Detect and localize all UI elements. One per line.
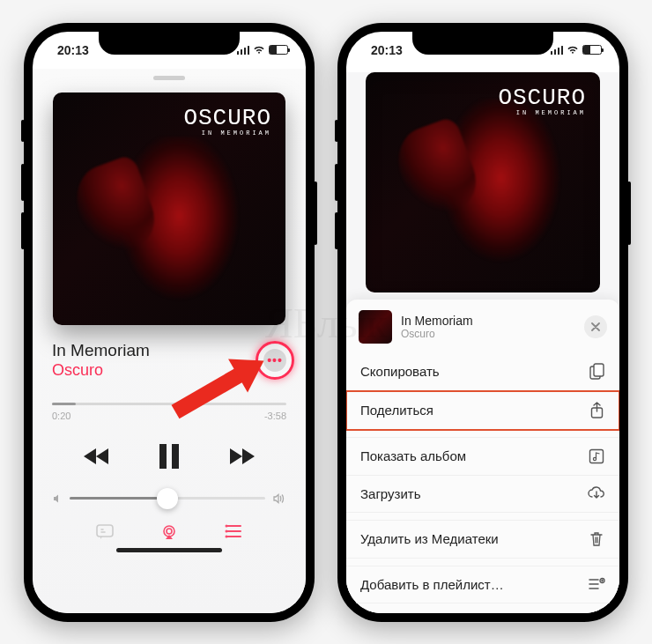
cellular-icon [237,46,250,55]
phone-left: 20:13 OSCURO IN MEMORIAM In Memoriam Osc… [24,23,315,622]
action-menu: СкопироватьПоделитьсяПоказать альбомЗагр… [346,352,619,608]
status-time: 20:13 [57,43,89,57]
lyrics-button[interactable] [95,523,115,541]
volume-up-button[interactable] [335,164,338,201]
playlist-icon [588,577,605,591]
battery-icon [269,45,288,55]
grabber[interactable] [153,76,185,80]
trash-icon [588,531,605,547]
power-button[interactable] [627,181,631,245]
album-logo: OSCURO IN MEMORIAM [498,85,586,116]
menu-item-label: Скопировать [360,364,440,379]
notch [412,32,553,55]
copy-icon [588,363,605,380]
svg-point-5 [225,524,227,527]
album-icon [588,448,605,464]
svg-point-7 [225,535,227,537]
silence-switch[interactable] [21,120,25,142]
menu-item-playlist[interactable]: Добавить в плейлист… [346,566,619,603]
track-title: In Memoriam [52,341,150,360]
scrubber[interactable] [52,403,286,405]
battery-icon [582,45,602,55]
svg-point-6 [225,529,227,532]
status-time: 20:13 [371,43,403,57]
menu-item-album[interactable]: Показать альбом [346,437,619,476]
svg-rect-9 [594,364,604,376]
album-art-background: OSCURO IN MEMORIAM [366,72,600,292]
power-button[interactable] [314,181,317,245]
menu-item-label: Удалить из Медиатеки [360,531,499,546]
menu-item-trash[interactable]: Удалить из Медиатеки [346,520,619,559]
volume-down-button[interactable] [335,212,338,249]
action-sheet: In Memoriam Oscuro СкопироватьПоделиться… [346,300,619,613]
cellular-icon [551,46,564,55]
time-remaining: -3:58 [264,411,286,421]
album-logo: OSCURO IN MEMORIAM [183,105,271,137]
share-icon [588,402,605,418]
queue-button[interactable] [224,523,243,539]
download-icon [588,486,605,500]
notch [99,32,240,55]
next-button[interactable] [226,447,256,466]
wifi-icon [567,46,579,55]
mini-album-art [359,310,392,344]
airplay-button[interactable] [159,523,179,541]
phone-right: 20:13 OSCURO IN MEMORIAM In Mem [337,23,628,622]
pause-button[interactable] [158,444,181,469]
menu-item-label: Поделиться [360,403,433,418]
silence-switch[interactable] [335,120,338,142]
menu-item-label: Загрузить [360,486,421,501]
close-button[interactable] [584,315,607,338]
volume-high-icon [272,493,286,504]
volume-low-icon [52,493,63,504]
menu-item-label: Добавить в плейлист… [360,577,504,592]
track-artist[interactable]: Oscuro [52,361,150,380]
svg-rect-1 [172,444,179,469]
svg-rect-0 [159,444,167,469]
volume-slider[interactable] [70,497,265,500]
prev-button[interactable] [82,447,112,466]
sheet-artist: Oscuro [401,328,473,340]
menu-item-copy[interactable]: Скопировать [346,352,619,391]
album-art[interactable]: OSCURO IN MEMORIAM [53,93,285,325]
time-elapsed: 0:20 [52,411,70,421]
menu-item-label: Показать альбом [360,448,466,463]
now-playing: OSCURO IN MEMORIAM In Memoriam Oscuro ••… [33,69,306,613]
sheet-title: In Memoriam [401,314,473,328]
svg-rect-2 [97,525,113,537]
volume-up-button[interactable] [21,164,25,201]
svg-point-3 [167,529,172,534]
home-indicator[interactable] [116,548,222,552]
wifi-icon [253,46,265,55]
menu-item-share[interactable]: Поделиться [346,391,619,430]
volume-down-button[interactable] [21,212,25,249]
menu-item-download[interactable]: Загрузить [346,476,619,513]
